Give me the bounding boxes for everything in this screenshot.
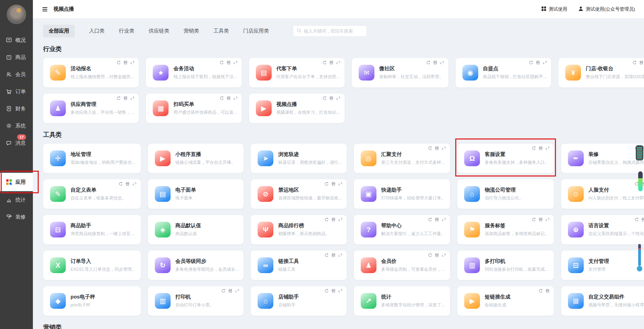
link-icon[interactable] xyxy=(336,96,340,100)
app-card[interactable]: Ω客服设置多角色客服支持，多种服务入口。 xyxy=(457,144,554,173)
avatar[interactable] xyxy=(6,4,27,25)
shop-icon[interactable] xyxy=(123,96,128,100)
sidebar-item-2[interactable]: 商品 xyxy=(0,49,33,66)
app-card[interactable]: ¥门店-收银台整合线下门店资源，实现O2O异... xyxy=(558,58,644,87)
app-card[interactable]: ✒装修店铺界面自定义，拖拽式操作，... xyxy=(561,144,644,173)
shop-icon[interactable] xyxy=(331,289,336,293)
shop-icon[interactable] xyxy=(226,96,231,100)
app-card[interactable]: ⌂物流公司管理自行导入物流公司。 xyxy=(457,179,554,209)
link-icon[interactable] xyxy=(235,289,239,293)
app-card[interactable]: ✛地址管理添加/修改地址，协助用户更改信... xyxy=(43,144,141,173)
sync-icon[interactable] xyxy=(324,217,329,222)
thermometer-widget[interactable] xyxy=(637,244,642,271)
shop-icon[interactable] xyxy=(435,146,439,150)
sync-icon[interactable] xyxy=(632,60,637,65)
app-card[interactable]: ✎活动报名线上报名缴纳费用，付费金额营... xyxy=(43,58,139,87)
shop-icon[interactable] xyxy=(331,182,336,186)
link-icon[interactable] xyxy=(338,217,343,222)
sync-icon[interactable] xyxy=(428,253,432,257)
app-card[interactable]: ⚑服务标签添加商品标签，多维度商品标记。 xyxy=(457,215,554,244)
app-card[interactable]: ▥打印机自动打印订单小票。 xyxy=(148,286,244,316)
sync-icon[interactable] xyxy=(426,60,431,65)
sync-icon[interactable] xyxy=(428,146,432,150)
app-card[interactable]: ▶小程序直播链接公域流量，平台自主开播。 xyxy=(148,144,244,173)
sync-icon[interactable] xyxy=(119,182,123,186)
link-icon[interactable] xyxy=(440,60,444,65)
link-icon[interactable] xyxy=(233,96,238,100)
app-card[interactable]: ▤电子面单电子面单 xyxy=(148,179,244,209)
link-icon[interactable] xyxy=(338,253,343,257)
sync-icon[interactable] xyxy=(322,96,327,100)
app-card[interactable]: ♟供应商管理多供应商入驻，平台统一销售，... xyxy=(43,94,139,123)
sync-icon[interactable] xyxy=(220,96,224,100)
app-card[interactable]: ♟会员价多等级会员制，可查看会员价，... xyxy=(354,251,450,280)
sidebar-item-5[interactable]: 财务 xyxy=(0,100,33,117)
sidebar-item-7[interactable]: 消息17 xyxy=(0,134,33,151)
tab-1[interactable]: 全部应用 xyxy=(43,25,75,37)
shop-icon[interactable] xyxy=(329,96,334,100)
app-card[interactable]: ➤浏览轨迹轨迹记录，洞察浏览偏好，进行... xyxy=(251,144,346,173)
sync-icon[interactable] xyxy=(532,146,536,150)
link-icon[interactable] xyxy=(338,182,343,186)
sync-icon[interactable] xyxy=(538,289,543,293)
app-card[interactable]: ▣快递助手打印快递单，轻松管理大量订单。 xyxy=(354,179,450,209)
app-card[interactable]: ⊘禁运地区选择区域禁收快递，避开物流收... xyxy=(251,179,346,209)
shop-icon[interactable] xyxy=(433,60,437,65)
sidebar-item-8[interactable]: 应用 xyxy=(0,173,33,191)
sidebar-item-1[interactable]: 概况 xyxy=(0,32,33,49)
shop-icon[interactable] xyxy=(435,217,439,222)
app-card[interactable]: ◉自提点商品线下核销，打造社区团购平... xyxy=(456,58,551,87)
shop-icon[interactable] xyxy=(228,289,233,293)
app-card[interactable]: ✎自定义表单自定义表单，收集各类信息。 xyxy=(43,179,141,209)
topbar-user-item-1[interactable]: 测试使用 xyxy=(541,6,567,12)
app-card[interactable]: ⊟商品助手淘宝商品链接复制，一键上传至... xyxy=(43,215,141,244)
topbar-user-item-2[interactable]: 测试使用(公众号管理员) xyxy=(578,6,635,12)
tab-3[interactable]: 行业类 xyxy=(119,28,134,34)
app-card[interactable]: ▶视频点播视频课程，在线学习，打造知识... xyxy=(249,94,345,123)
search-box[interactable] xyxy=(293,25,367,37)
shop-icon[interactable] xyxy=(538,146,543,150)
sync-icon[interactable] xyxy=(322,60,327,65)
equalizer-widget[interactable] xyxy=(636,145,643,160)
sidebar-item-6[interactable]: 系统 xyxy=(0,117,33,134)
app-card[interactable]: ◎汇聚支付第三方支付渠道，支付方式多样... xyxy=(354,144,450,173)
app-card[interactable]: ⌂店铺助手店铺助手 xyxy=(251,286,346,316)
app-card[interactable]: ▶短链接生成短链接生成 xyxy=(457,286,554,316)
sync-icon[interactable] xyxy=(428,217,432,222)
sync-icon[interactable] xyxy=(221,289,226,293)
tab-6[interactable]: 工具类 xyxy=(213,28,229,34)
app-card[interactable]: X订单导入EXCEL导入订单信息，同步管理。 xyxy=(43,251,141,280)
sync-icon[interactable] xyxy=(116,60,121,65)
link-icon[interactable] xyxy=(545,217,550,222)
sync-icon[interactable] xyxy=(529,60,533,65)
shop-icon[interactable] xyxy=(331,217,336,222)
sidebar-item-9[interactable]: 统计 xyxy=(0,191,33,208)
sidebar-item-3[interactable]: 会员 xyxy=(0,66,33,83)
app-card[interactable]: ⊡支付管理支付管理 xyxy=(561,251,644,280)
sync-icon[interactable] xyxy=(324,182,329,186)
search-input[interactable] xyxy=(304,28,364,34)
app-card[interactable]: ⊕语言设置自定义系统前端显示，个性化运... xyxy=(561,215,644,244)
app-card[interactable]: ↻会员等级同步多角色身份等级同步，会员成长... xyxy=(148,251,244,280)
app-card[interactable]: ✉微社区发帖种草，社交互动，活跃带货。 xyxy=(352,58,448,87)
sidebar-item-4[interactable]: 订单 xyxy=(0,83,33,100)
tab-2[interactable]: 入口类 xyxy=(89,28,104,34)
shop-icon[interactable] xyxy=(331,253,336,257)
app-card[interactable]: ★会务活动线上报名线下签到，链接线下活... xyxy=(146,58,242,87)
app-card[interactable]: ☺人脸支付AI人脸识别支付，线上支付即成... xyxy=(561,179,644,209)
app-card[interactable]: ◆pos电子秤pos电子秤 xyxy=(43,286,141,316)
shop-icon[interactable] xyxy=(641,217,644,222)
app-card[interactable]: ▤代客下单代替客户在后台下单，支持自营... xyxy=(249,58,345,87)
sync-icon[interactable] xyxy=(532,217,536,222)
sync-icon[interactable] xyxy=(324,289,329,293)
sync-icon[interactable] xyxy=(116,96,121,100)
link-icon[interactable] xyxy=(132,182,137,186)
sidebar-item-10[interactable]: 装修 xyxy=(0,208,33,226)
app-card[interactable]: ▦扫码买单用户通过插件选择商品，可以直... xyxy=(146,94,242,123)
app-card[interactable]: ?帮助中心解决方案指引，减少人工工作量。 xyxy=(354,215,450,244)
link-icon[interactable] xyxy=(338,289,343,293)
shop-icon[interactable] xyxy=(123,60,128,65)
app-card[interactable]: ∞链接工具链接工具 xyxy=(251,251,346,280)
link-icon[interactable] xyxy=(442,146,446,150)
link-icon[interactable] xyxy=(442,217,446,222)
